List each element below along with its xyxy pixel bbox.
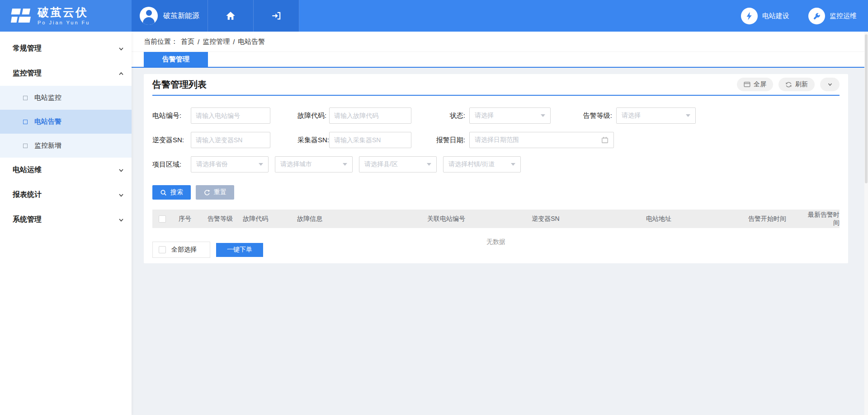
reset-button[interactable]: 重置 bbox=[196, 185, 234, 200]
inverter-sn-input[interactable] bbox=[191, 132, 270, 148]
chevron-down-icon bbox=[118, 192, 124, 198]
breadcrumb-prefix: 当前位置： bbox=[144, 37, 178, 46]
sidebar-group-label: 报表统计 bbox=[13, 190, 42, 200]
alarm-date-label: 报警日期: bbox=[411, 136, 469, 145]
collector-sn-label: 采集器SN: bbox=[297, 136, 329, 145]
alarm-date-range-value: 请选择日期范围 bbox=[475, 136, 519, 144]
tab-bar: 告警管理 bbox=[132, 52, 868, 68]
table-body: 无数据 全部选择 一键下单 bbox=[152, 228, 840, 260]
select-all-header-checkbox[interactable] bbox=[159, 215, 166, 223]
one-click-order-button[interactable]: 一键下单 bbox=[216, 243, 263, 257]
breadcrumb: 当前位置： 首页 / 监控管理 / 电站告警 bbox=[132, 32, 868, 52]
lightning-icon bbox=[741, 8, 758, 24]
alarm-date-range-picker[interactable]: 请选择日期范围 bbox=[469, 132, 614, 148]
station-code-input[interactable] bbox=[191, 107, 270, 124]
chevron-down-icon bbox=[118, 167, 124, 173]
reset-icon bbox=[203, 189, 210, 196]
nav-monitor-ops-label: 监控运维 bbox=[830, 12, 857, 20]
town-select[interactable]: 请选择村镇/街道 bbox=[443, 156, 521, 173]
refresh-button[interactable]: 刷新 bbox=[778, 78, 815, 91]
sidebar-item-label: 电站监控 bbox=[34, 93, 61, 102]
station-code-label: 电站编号: bbox=[152, 112, 191, 120]
wrench-icon bbox=[808, 8, 825, 24]
logo: 破茧云伏 Po Jian Yun Fu bbox=[0, 0, 132, 32]
select-all-checkbox[interactable] bbox=[159, 246, 166, 253]
fullscreen-label: 全屏 bbox=[754, 80, 766, 89]
alarm-level-label: 告警等级: bbox=[551, 112, 616, 120]
chevron-down-icon bbox=[118, 46, 124, 52]
county-select[interactable]: 请选择县/区 bbox=[359, 156, 437, 173]
sidebar-item-station-monitor[interactable]: 电站监控 bbox=[0, 86, 132, 110]
town-select-value: 请选择村镇/街道 bbox=[448, 160, 495, 168]
province-select-value: 请选择省份 bbox=[196, 160, 228, 168]
column-header-station-code: 关联电站编号 bbox=[392, 215, 500, 223]
refresh-icon bbox=[785, 81, 792, 88]
breadcrumb-separator: / bbox=[233, 38, 235, 46]
sidebar-group-system[interactable]: 系统管理 bbox=[0, 207, 132, 232]
column-header-alarm-start-time: 告警开始时间 bbox=[726, 215, 808, 223]
collector-sn-input[interactable] bbox=[329, 132, 411, 148]
alarm-level-select-value: 请选择 bbox=[622, 112, 641, 120]
breadcrumb-separator: / bbox=[198, 38, 199, 46]
sidebar-item-label: 监控新增 bbox=[34, 141, 61, 150]
sidebar-group-label: 系统管理 bbox=[13, 215, 42, 224]
city-select-value: 请选择城市 bbox=[280, 160, 312, 168]
alarm-level-select[interactable]: 请选择 bbox=[616, 107, 696, 124]
alarm-list-card: 告警管理列表 全屏 刷新 bbox=[144, 74, 848, 263]
breadcrumb-monitor[interactable]: 监控管理 bbox=[203, 37, 230, 46]
calendar-icon bbox=[601, 136, 609, 144]
logo-subtitle: Po Jian Yun Fu bbox=[38, 20, 90, 25]
sidebar: 常规管理 监控管理 电站监控 电站告警 监控新增 电站运维 报表统计 系统管理 bbox=[0, 32, 132, 415]
caret-down-icon bbox=[427, 163, 431, 166]
city-select[interactable]: 请选择城市 bbox=[275, 156, 353, 173]
nav-monitor-ops[interactable]: 监控运维 bbox=[808, 8, 857, 24]
nav-station-build-label: 电站建设 bbox=[762, 12, 789, 20]
home-icon bbox=[225, 10, 236, 21]
caret-down-icon bbox=[259, 163, 263, 166]
square-icon bbox=[23, 144, 28, 148]
region-label: 项目区域: bbox=[152, 160, 191, 169]
search-button[interactable]: 搜索 bbox=[152, 185, 191, 200]
scrollbar-thumb[interactable] bbox=[865, 34, 868, 183]
column-header-alarm-level: 告警等级 bbox=[198, 215, 243, 223]
fault-code-input[interactable] bbox=[329, 107, 411, 124]
status-select[interactable]: 请选择 bbox=[469, 107, 551, 124]
user-name: 破茧新能源 bbox=[163, 11, 199, 21]
tab-alarm-management[interactable]: 告警管理 bbox=[144, 52, 208, 67]
chevron-down-icon bbox=[827, 81, 833, 88]
sidebar-group-station-ops[interactable]: 电站运维 bbox=[0, 158, 132, 182]
province-select[interactable]: 请选择省份 bbox=[191, 156, 269, 173]
select-all-label: 全部选择 bbox=[171, 246, 197, 254]
fullscreen-button[interactable]: 全屏 bbox=[737, 78, 773, 91]
home-button[interactable] bbox=[208, 0, 254, 32]
sidebar-group-reports[interactable]: 报表统计 bbox=[0, 182, 132, 207]
sidebar-group-general[interactable]: 常规管理 bbox=[0, 36, 132, 61]
breadcrumb-current: 电站告警 bbox=[238, 37, 265, 46]
status-select-value: 请选择 bbox=[475, 112, 494, 120]
column-header-latest-alarm-time: 最新告警时间 bbox=[808, 211, 840, 227]
column-header-station-address: 电站地址 bbox=[591, 215, 726, 223]
square-icon bbox=[23, 120, 28, 124]
collapse-button[interactable] bbox=[820, 78, 840, 91]
user-menu[interactable]: 破茧新能源 bbox=[132, 0, 208, 32]
avatar bbox=[140, 7, 158, 25]
sidebar-item-monitor-add[interactable]: 监控新增 bbox=[0, 134, 132, 158]
sidebar-item-label: 电站告警 bbox=[34, 117, 61, 126]
caret-down-icon bbox=[541, 114, 545, 117]
empty-state-text: 无数据 bbox=[486, 238, 505, 246]
fullscreen-icon bbox=[744, 82, 750, 88]
filter-form: 电站编号: 故障代码: 状态: 请选择 告警等级: 请选择 逆变器SN: 采集器 bbox=[152, 96, 840, 200]
chevron-up-icon bbox=[118, 70, 124, 77]
sidebar-item-station-alarm[interactable]: 电站告警 bbox=[0, 110, 132, 134]
square-icon bbox=[23, 96, 28, 100]
search-label: 搜索 bbox=[170, 188, 183, 196]
fault-code-label: 故障代码: bbox=[297, 112, 329, 120]
scrollbar-track[interactable] bbox=[864, 32, 868, 415]
breadcrumb-home[interactable]: 首页 bbox=[181, 37, 194, 46]
sidebar-group-monitor[interactable]: 监控管理 bbox=[0, 61, 132, 86]
caret-down-icon bbox=[343, 163, 347, 166]
search-icon bbox=[160, 189, 167, 196]
nav-station-build[interactable]: 电站建设 bbox=[741, 8, 789, 24]
sidebar-group-label: 监控管理 bbox=[13, 69, 42, 78]
signout-button[interactable] bbox=[254, 0, 299, 32]
